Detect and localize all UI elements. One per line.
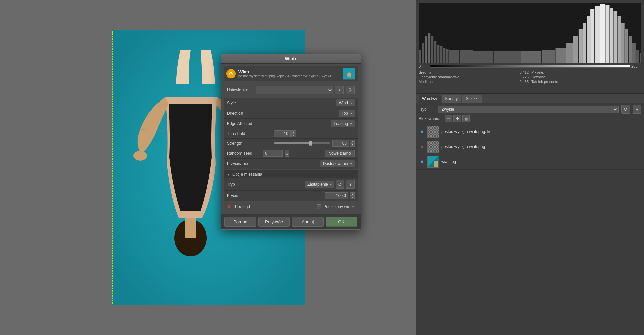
svg-rect-29 bbox=[583, 23, 586, 63]
blend-mode-label: Tryb bbox=[227, 182, 274, 187]
strength-slider-track[interactable] bbox=[274, 142, 330, 144]
preview-row: ✕ Podgląd Podzielony widok bbox=[224, 202, 358, 211]
seed-spinners: ▴ ▾ bbox=[285, 150, 289, 157]
svg-rect-41 bbox=[632, 43, 636, 63]
seed-row: Random seed ▴ ▾ Nowe ziarno bbox=[224, 148, 358, 159]
layer-mode-select[interactable]: Zwykłe Zastąpienie Mnożenie bbox=[438, 106, 619, 113]
hist-max-val: 255 bbox=[631, 64, 641, 68]
threshold-spinbox[interactable]: ▴ ▾ bbox=[274, 130, 296, 137]
svg-rect-3 bbox=[185, 218, 196, 238]
svg-rect-9 bbox=[419, 50, 421, 63]
layer-name-1: postać wycięta wiatr.png bbox=[441, 144, 641, 149]
more-mode-btn[interactable]: ▾ bbox=[633, 105, 641, 114]
svg-rect-28 bbox=[579, 29, 583, 63]
threshold-spin-down[interactable]: ▾ bbox=[291, 134, 296, 137]
dialog-window: Wiatr G Wiatr postać wycięta wiatr.png. … bbox=[221, 54, 361, 230]
blend-mode-value: Zastąpienie ▾ ↺ ▾ bbox=[274, 180, 355, 189]
preview-toggle-x[interactable]: ✕ bbox=[227, 204, 231, 209]
threshold-input[interactable] bbox=[274, 130, 291, 137]
tab-sciezki[interactable]: Ścieżki bbox=[462, 95, 482, 103]
strength-input[interactable] bbox=[332, 140, 349, 147]
svg-rect-21 bbox=[473, 51, 493, 63]
svg-rect-18 bbox=[446, 49, 448, 63]
layer-name-0: postać wycięta wiatr.png. ko bbox=[441, 129, 641, 134]
svg-rect-20 bbox=[460, 50, 473, 63]
layer-item-2[interactable]: 👁 wiatr.jpg bbox=[416, 154, 644, 170]
strength-spin-down[interactable]: ▾ bbox=[350, 143, 355, 147]
cancel-btn[interactable]: Anuluj bbox=[292, 217, 324, 227]
svg-rect-12 bbox=[428, 33, 430, 63]
edge-row: Edge Affected Leading ▾ bbox=[224, 119, 358, 129]
seed-spin-down[interactable]: ▾ bbox=[285, 153, 289, 157]
histogram-slider[interactable] bbox=[430, 65, 630, 68]
layer-visibility-0[interactable]: 👁 bbox=[419, 128, 425, 135]
filter-params-section: Style Wind ▾ Direction Top ▾ bbox=[224, 98, 358, 169]
seed-input[interactable] bbox=[263, 150, 283, 157]
lock-cross-btn[interactable]: ✚ bbox=[453, 115, 461, 122]
svg-point-45 bbox=[347, 72, 351, 77]
clipping-value: Dostosowanie ▾ bbox=[274, 160, 355, 167]
blend-options-header[interactable]: ▼ Opcje mieszania bbox=[224, 170, 358, 178]
blend-mode-more-btn[interactable]: ▾ bbox=[346, 180, 355, 189]
svg-rect-26 bbox=[566, 43, 573, 63]
direction-dropdown[interactable]: Top ▾ bbox=[339, 110, 355, 117]
svg-rect-42 bbox=[636, 50, 639, 63]
app-icon: G bbox=[226, 69, 236, 78]
blend-opacity-spin-up[interactable]: ▴ bbox=[350, 192, 355, 196]
layer-item-0[interactable]: 👁 postać wycięta wiatr.png. ko bbox=[416, 124, 644, 139]
edge-value: Leading ▾ bbox=[274, 120, 355, 127]
style-dropdown[interactable]: Wind ▾ bbox=[336, 99, 355, 106]
histogram-graph bbox=[419, 3, 641, 63]
svg-rect-16 bbox=[440, 46, 442, 63]
settings-add-btn[interactable]: + bbox=[335, 86, 344, 94]
eye-icon-0: 👁 bbox=[420, 129, 424, 134]
strength-spin-up[interactable]: ▴ bbox=[350, 140, 355, 143]
eye-icon-1: 👁 bbox=[420, 144, 424, 149]
blend-mode-dropdown[interactable]: Zastąpienie ▾ bbox=[305, 181, 334, 188]
tab-kanaly[interactable]: Kanały bbox=[442, 95, 461, 103]
eye-icon-2: 👁 bbox=[420, 159, 424, 164]
layer-thumb-2 bbox=[427, 156, 439, 168]
new-seed-btn[interactable]: Nowe ziarno bbox=[325, 150, 355, 157]
lock-pencil-btn[interactable]: ✏ bbox=[445, 115, 452, 122]
seed-spin-up[interactable]: ▴ bbox=[285, 150, 289, 153]
histogram-slider-row[interactable]: 0 255 bbox=[419, 64, 641, 68]
reset-btn[interactable]: Przywróć bbox=[258, 217, 290, 227]
blend-mode-reset-btn[interactable]: ↺ bbox=[336, 180, 344, 189]
lock-label: Blokowanie: bbox=[419, 116, 442, 121]
edge-dropdown-arrow: ▾ bbox=[350, 122, 352, 126]
strength-row: Strength ▴ ▾ bbox=[224, 139, 358, 148]
stat-tafelek: Tafelek procentu: bbox=[531, 80, 641, 84]
lock-checker-btn[interactable]: ▩ bbox=[462, 115, 470, 122]
blend-opacity-input[interactable] bbox=[325, 192, 348, 199]
tab-warstwy[interactable]: Warstwy bbox=[419, 95, 441, 103]
settings-dup-btn[interactable]: ⎘ bbox=[346, 86, 355, 94]
ok-btn[interactable]: OK bbox=[326, 217, 358, 227]
layer-visibility-2[interactable]: 👁 bbox=[419, 158, 425, 165]
split-label: Podzielony widok bbox=[323, 204, 355, 209]
layer-thumb-0 bbox=[427, 126, 439, 138]
blend-collapse-icon: ▼ bbox=[227, 173, 230, 176]
layer-visibility-1[interactable]: 👁 bbox=[419, 143, 425, 150]
layer-item-1[interactable]: 👁 postać wycięta wiatr.png bbox=[416, 139, 644, 154]
histogram-area: 0 255 Średnia: 0,412 Piksele: Odchylenie… bbox=[416, 0, 644, 94]
clipping-label: Przycinanie bbox=[227, 161, 274, 166]
threshold-spin-up[interactable]: ▴ bbox=[291, 130, 296, 134]
style-value: Wind ▾ bbox=[274, 99, 355, 106]
svg-rect-22 bbox=[494, 51, 521, 63]
preview-label: Podgląd bbox=[235, 204, 250, 209]
direction-row: Direction Top ▾ bbox=[224, 108, 358, 119]
reset-mode-btn[interactable]: ↺ bbox=[621, 105, 630, 114]
blend-opacity-spin-down[interactable]: ▾ bbox=[350, 196, 355, 199]
clipping-dropdown[interactable]: Dostosowanie ▾ bbox=[320, 160, 355, 167]
svg-rect-25 bbox=[555, 48, 566, 63]
strength-slider-thumb[interactable] bbox=[309, 141, 312, 146]
strength-label: Strength bbox=[227, 141, 274, 146]
edge-dropdown[interactable]: Leading ▾ bbox=[331, 120, 355, 127]
svg-rect-24 bbox=[542, 50, 555, 63]
help-btn[interactable]: Pomoc bbox=[224, 217, 256, 227]
split-view-checkbox[interactable]: Podzielony widok bbox=[317, 204, 355, 209]
settings-select[interactable] bbox=[256, 86, 333, 94]
svg-rect-17 bbox=[443, 48, 445, 63]
split-checkbox-input[interactable] bbox=[317, 204, 321, 209]
